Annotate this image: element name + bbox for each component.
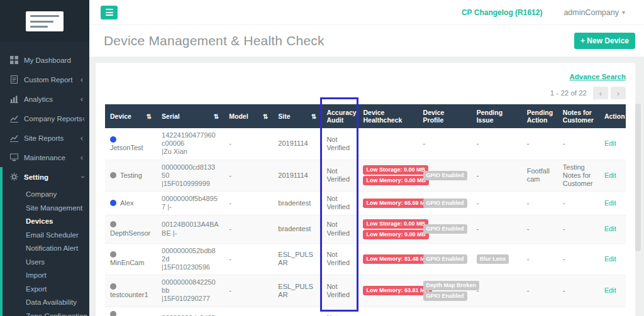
menu-toggle-button[interactable] [101,6,118,19]
scrollbar-thumb[interactable] [635,104,641,251]
sidebar-item-custom-report[interactable]: Custom Report ‹ [0,70,89,89]
sidebar-item-zone-configuration[interactable]: Zone Configuration [3,310,89,316]
page-title: Device Management & Health Check [89,33,325,48]
gear-icon [9,173,18,182]
healthcheck-cell: Low Memory: 63.81 MB [358,275,418,307]
table-header-row: Device⇅ Serial⇅ Model⇅ Site⇅ Accuracy Au… [105,104,626,128]
device-name: testcounter1 [110,291,148,298]
sort-icon[interactable]: ⇅ [147,113,152,120]
sidebar-item-export[interactable]: Export [3,283,89,297]
chevron-down-icon: ▾ [622,9,625,16]
header-model[interactable]: Model⇅ [224,104,273,128]
pagination-range: 1 - 22 of 22 [550,89,587,97]
profile-cell: GPIO Enabled [418,192,472,215]
sidebar-item-label: My Dashboard [24,57,83,64]
header-serial[interactable]: Serial⇅ [157,104,224,128]
sidebar: My Dashboard Custom Report ‹ Analytics ‹… [0,0,89,316]
table-row: MinEnCam 0000000052bdb82d|15F010230596 -… [105,243,626,275]
user-name: adminCompany [564,8,619,17]
table-row: Alex 00000000f5b48957 |- - bradentest No… [105,192,626,215]
device-status-dot [110,311,116,316]
sort-icon[interactable]: ⇅ [214,113,219,120]
pending-issue-cell: Blur Lens [472,243,522,275]
health-badge: Low Storage: 0.00 MB [363,165,428,175]
advance-search-link[interactable]: Advance Search [570,73,626,80]
accuracy-audit-cell: Not Verified [321,160,358,192]
profile-badge: GPIO Enabled [423,224,467,234]
edit-link[interactable]: Edit [604,225,616,232]
profile-badge: GPIO Enabled [423,171,467,180]
sidebar-item-site-management[interactable]: Site Management [3,202,89,215]
sidebar-item-email-scheduler[interactable]: Email Scheduler [3,229,89,242]
sidebar-item-users[interactable]: Users [3,256,89,270]
sidebar-item-setting[interactable]: Setting ‹ [3,167,89,187]
sidebar-item-company[interactable]: Company [3,188,89,202]
health-badge: Low Memory: 0.00 MB [363,176,429,185]
logo-area [0,0,89,41]
sort-icon[interactable]: ⇅ [311,113,316,120]
chevron-left-icon: ‹ [80,134,83,142]
header-device[interactable]: Device⇅ [105,104,157,128]
header-notes: Notes for Customer [558,104,599,128]
healthcheck-cell [358,128,418,160]
monitor-icon [9,153,18,162]
pagination-next-button[interactable]: › [611,87,626,99]
sort-icon[interactable]: ⇅ [263,113,268,120]
table-row: JetsonTest 14224190477960c00006|Zu Xian … [105,128,626,160]
header-action: Action [599,104,626,128]
healthcheck-cell: Low Memory: 65.59 MB [358,192,418,215]
sidebar-item-label: Site Reports [24,134,80,142]
company-logo[interactable] [26,11,64,31]
sidebar-item-company-reports[interactable]: Company Reports ‹ [0,109,89,128]
profile-cell: GPIO Enabled [418,160,472,192]
edit-link[interactable]: Edit [604,255,616,263]
header-pending-action: Pending Action [522,104,558,128]
sidebar-item-maintenance[interactable]: Maintenance ‹ [0,148,89,167]
sidebar-setting-section: Setting ‹ Company Site Management Device… [0,167,89,316]
device-table-card: Advance Search 1 - 22 of 22 ‹ › Device⇅ … [96,63,635,316]
main-content: Advance Search 1 - 22 of 22 ‹ › Device⇅ … [89,57,644,316]
edit-link[interactable]: Edit [604,139,616,147]
edit-link[interactable]: Edit [604,199,616,207]
chevron-left-icon: ‹ [80,95,83,103]
health-badge: Low Memory: 0.00 MB [363,230,429,239]
healthcheck-cell: Low Storage: 0.00 MBLow Memory: 0.00 MB [358,160,418,192]
device-name: DepthSensor [110,229,150,237]
edit-link[interactable]: Edit [604,286,616,294]
device-status-dot [110,136,116,143]
user-menu[interactable]: adminCompany ▾ [564,8,625,17]
header-site[interactable]: Site⇅ [273,104,321,128]
new-device-button[interactable]: + New Device [574,33,635,49]
sidebar-item-import[interactable]: Import [3,269,89,283]
sidebar-item-label: Setting [24,173,80,181]
sidebar-item-site-reports[interactable]: Site Reports ‹ [0,128,89,148]
sidebar-item-my-dashboard[interactable]: My Dashboard [0,50,89,70]
pagination: 1 - 22 of 22 ‹ › [105,87,626,99]
table-row: Testing 00000000cd813350|15F010999999 - … [105,160,626,192]
health-badge: Low Memory: 63.81 MB [363,286,432,295]
chevron-left-icon: ‹ [82,114,85,123]
sidebar-item-devices[interactable]: Devices [3,215,89,229]
chevron-left-icon: ‹ [80,153,83,161]
sidebar-item-analytics[interactable]: Analytics ‹ [0,89,89,109]
pagination-prev-button[interactable]: ‹ [593,87,608,99]
table-row: testcounter1 00000000842250bb|15F0102902… [105,275,626,307]
chevron-left-icon: ‹ [80,75,83,84]
sidebar-item-data-availability[interactable]: Data Availability [3,296,89,310]
sidebar-menu: My Dashboard Custom Report ‹ Analytics ‹… [0,50,89,167]
profile-badge: GPIO Enabled [423,291,467,301]
profile-cell: Depth Map BrokenGPIO Enabled [418,275,472,307]
line-chart-icon [9,114,18,123]
sidebar-item-label: Analytics [24,95,80,103]
topbar: CP Changelog (R1612) adminCompany ▾ [89,0,644,25]
edit-link[interactable]: Edit [604,172,616,179]
device-status-dot [110,251,116,258]
sidebar-item-notification-alert[interactable]: Notification Alert [3,242,89,256]
health-badge: Low Memory: 81.48 MB [363,254,432,264]
chevron-down-icon: ‹ [77,175,86,178]
header-pending-issue: Pending Issue [472,104,522,128]
sidebar-item-label: Custom Report [24,76,80,84]
device-status-dot [110,200,116,206]
changelog-link[interactable]: CP Changelog (R1612) [462,8,542,17]
header-device-profile: Device Profile [418,104,472,128]
